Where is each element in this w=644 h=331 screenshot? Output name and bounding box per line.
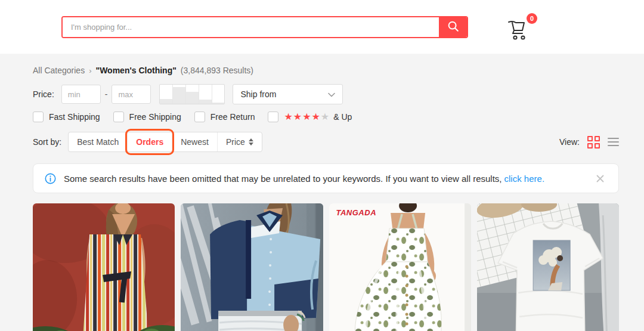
filter-label: Free Return xyxy=(210,112,255,122)
search-bar xyxy=(61,16,468,38)
rating-suffix: & Up xyxy=(333,112,352,122)
sort-price[interactable]: Price xyxy=(217,132,262,151)
brand-logo-text: TANGADA xyxy=(336,208,377,217)
price-histogram[interactable] xyxy=(159,84,225,104)
filter-rating-4-up[interactable]: ★ ★ ★ ★ ★ & Up xyxy=(268,112,352,122)
sort-orders[interactable]: Orders xyxy=(127,132,172,151)
filter-free-shipping[interactable]: Free Shipping xyxy=(113,112,181,122)
star-icon: ★ xyxy=(321,112,330,122)
info-icon xyxy=(45,173,56,184)
checkbox[interactable] xyxy=(113,112,124,122)
product-image xyxy=(477,203,619,331)
product-image xyxy=(181,203,323,331)
grid-view-icon[interactable] xyxy=(587,136,600,149)
price-filter-row: Price: - Ship from xyxy=(33,84,619,104)
filter-label: Fast Shipping xyxy=(49,112,100,122)
ship-from-label: Ship from xyxy=(240,89,276,99)
search-results-page: 0 All Categories › "Women's Clothing" (3… xyxy=(0,0,644,331)
star-icon: ★ xyxy=(284,112,293,122)
banner-message: Some search results have been omitted th… xyxy=(64,174,502,184)
cart-icon xyxy=(506,33,532,44)
checkbox[interactable] xyxy=(194,112,205,122)
sort-best-match[interactable]: Best Match xyxy=(69,132,127,151)
main-content: All Categories › "Women's Clothing" (3,8… xyxy=(0,54,644,331)
chevron-down-icon xyxy=(328,89,335,99)
star-icon: ★ xyxy=(293,112,302,122)
breadcrumb-separator: › xyxy=(89,66,91,75)
product-image xyxy=(33,203,175,331)
sort-orders-label: Orders xyxy=(136,137,163,147)
view-controls: View: xyxy=(559,136,619,149)
results-count: (3,844,893 Results) xyxy=(181,66,253,75)
price-min-input[interactable] xyxy=(61,85,101,104)
product-card-blue-blouse[interactable] xyxy=(181,203,323,331)
star-icon: ★ xyxy=(302,112,311,122)
checkbox[interactable] xyxy=(33,112,44,122)
price-dash: - xyxy=(105,89,108,99)
checkbox[interactable] xyxy=(268,112,278,122)
product-grid: TANGADA xyxy=(33,203,619,331)
product-image xyxy=(329,203,471,331)
header: 0 xyxy=(0,0,644,54)
product-card-pineapple-dress[interactable]: TANGADA xyxy=(329,203,471,331)
breadcrumb-all-categories[interactable]: All Categories xyxy=(33,66,85,75)
search-input[interactable] xyxy=(63,17,439,37)
sort-price-label: Price xyxy=(226,137,245,147)
list-view-icon[interactable] xyxy=(608,138,619,146)
filter-fast-shipping[interactable]: Fast Shipping xyxy=(33,112,100,122)
sort-row: Sort by: Best Match Orders Newest Price … xyxy=(33,132,619,152)
price-label: Price: xyxy=(33,89,54,99)
close-icon[interactable] xyxy=(593,172,607,185)
view-label: View: xyxy=(559,137,580,147)
sort-options-group: Best Match Orders Newest Price xyxy=(68,132,262,152)
rating-stars: ★ ★ ★ ★ ★ xyxy=(284,112,330,122)
shipping-filter-row: Fast Shipping Free Shipping Free Return … xyxy=(33,110,619,123)
search-button[interactable] xyxy=(439,17,467,37)
filter-label: Free Shipping xyxy=(129,112,181,122)
sort-newest[interactable]: Newest xyxy=(172,132,217,151)
omitted-results-banner: Some search results have been omitted th… xyxy=(33,163,619,193)
breadcrumb: All Categories › "Women's Clothing" (3,8… xyxy=(33,64,619,76)
breadcrumb-current-query: "Women's Clothing" xyxy=(96,66,177,75)
product-card-striped-dress[interactable] xyxy=(33,203,175,331)
click-here-link[interactable]: click here. xyxy=(504,174,545,184)
sort-by-label: Sort by: xyxy=(33,137,61,147)
cart-count-badge: 0 xyxy=(527,13,537,24)
product-card-white-tshirt[interactable] xyxy=(477,203,619,331)
sort-arrows-icon xyxy=(249,138,253,146)
ship-from-dropdown[interactable]: Ship from xyxy=(233,84,343,104)
price-max-input[interactable] xyxy=(112,85,151,104)
cart-button[interactable]: 0 xyxy=(506,16,535,42)
search-icon xyxy=(447,20,460,35)
star-icon: ★ xyxy=(312,112,321,122)
filter-free-return[interactable]: Free Return xyxy=(194,112,255,122)
